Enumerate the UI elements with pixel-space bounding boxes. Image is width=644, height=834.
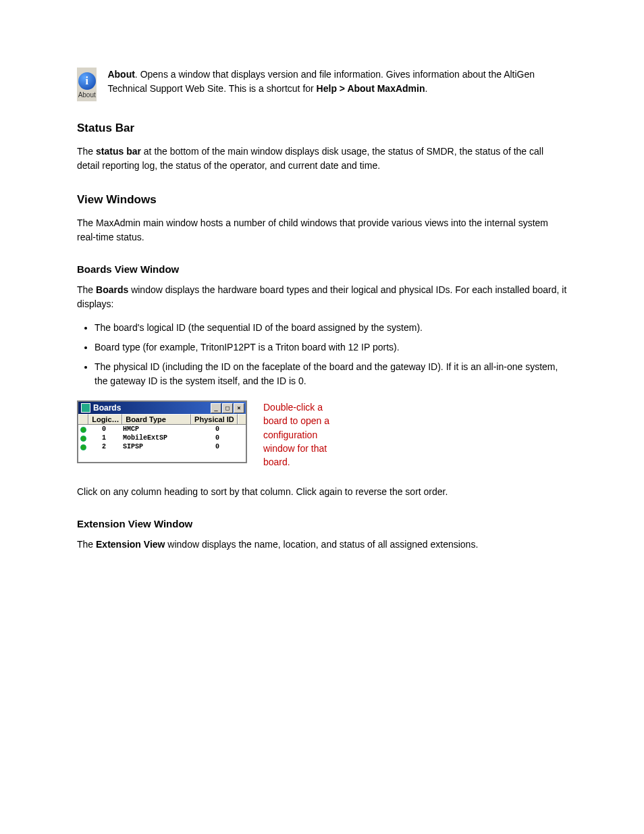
- close-button[interactable]: ×: [234, 403, 244, 413]
- list-item: The physical ID (including the ID on the…: [95, 360, 567, 388]
- boards-figure-row: Boards _ □ × Logic… Board Type Physical …: [77, 400, 567, 469]
- ext-bold: Extension View: [96, 539, 165, 550]
- status-bar-heading: Status Bar: [77, 122, 567, 135]
- cell-type: SIPSP: [120, 442, 193, 451]
- boards-sort-note: Click on any column heading to sort by t…: [77, 485, 567, 499]
- about-description: About. Opens a window that displays vers…: [107, 68, 567, 96]
- boards-titlebar[interactable]: Boards _ □ ×: [78, 402, 246, 414]
- about-period: .: [425, 83, 428, 94]
- cell-phys: 0: [193, 434, 242, 442]
- about-toolbar-button[interactable]: i About: [77, 68, 97, 101]
- about-icon-label: About: [78, 91, 96, 99]
- column-header-spacer: [238, 414, 246, 424]
- boards-table-header: Logic… Board Type Physical ID: [78, 414, 246, 425]
- about-row: i About About. Opens a window that displ…: [77, 68, 567, 101]
- view-windows-paragraph: The MaxAdmin main window hosts a number …: [77, 216, 567, 244]
- maximize-button[interactable]: □: [222, 403, 233, 413]
- cell-type: HMCP: [120, 425, 193, 434]
- info-icon-letter: i: [85, 75, 88, 87]
- boards-p1-prefix: The: [77, 284, 96, 295]
- ext-prefix: The: [77, 539, 96, 550]
- status-bar-suffix: at the bottom of the main window display…: [77, 146, 543, 171]
- status-dot-icon: [80, 444, 86, 450]
- boards-bullet-list: The board's logical ID (the sequential I…: [77, 321, 567, 388]
- list-item: Board type (for example, TritonIP12PT is…: [95, 340, 567, 355]
- cell-logic: 0: [88, 425, 120, 434]
- cell-logic: 2: [88, 442, 120, 451]
- boards-p1-bold: Boards: [96, 284, 128, 295]
- boards-view-heading: Boards View Window: [77, 263, 567, 275]
- info-icon: i: [78, 72, 96, 90]
- cell-type: MobileExtSP: [120, 434, 193, 442]
- about-menu-path: Help > About MaxAdmin: [317, 83, 425, 94]
- extension-view-paragraph: The Extension View window displays the n…: [77, 538, 567, 552]
- status-dot-icon: [80, 436, 86, 442]
- column-header-board-type[interactable]: Board Type: [122, 414, 191, 424]
- column-header-logic[interactable]: Logic…: [88, 414, 122, 424]
- extension-view-heading: Extension View Window: [77, 518, 567, 529]
- ext-suffix: window displays the name, location, and …: [165, 539, 478, 550]
- boards-intro-paragraph: The Boards window displays the hardware …: [77, 283, 567, 311]
- view-windows-heading: View Windows: [77, 193, 567, 207]
- boards-p1-suffix: window displays the hardware board types…: [77, 284, 566, 309]
- list-item: The board's logical ID (the sequential I…: [95, 321, 567, 335]
- about-lead-label: About: [107, 69, 134, 80]
- status-bar-paragraph: The status bar at the bottom of the main…: [77, 145, 567, 173]
- boards-callout: Double-click a board to open a configura…: [263, 400, 344, 469]
- status-bar-bold: status bar: [96, 146, 141, 157]
- boards-table-body: 0 HMCP 0 1 MobileExtSP 0 2 SIPSP 0: [78, 425, 246, 462]
- status-dot-icon: [80, 427, 86, 433]
- boards-window-title: Boards: [93, 403, 121, 413]
- boards-window: Boards _ □ × Logic… Board Type Physical …: [77, 400, 247, 463]
- column-header-physical-id[interactable]: Physical ID: [191, 414, 238, 424]
- table-row[interactable]: 2 SIPSP 0: [78, 442, 246, 451]
- cell-phys: 0: [193, 442, 242, 451]
- cell-logic: 1: [88, 434, 120, 442]
- cell-phys: 0: [193, 425, 242, 434]
- window-app-icon: [81, 403, 90, 413]
- table-row[interactable]: 0 HMCP 0: [78, 425, 246, 434]
- table-row[interactable]: 1 MobileExtSP 0: [78, 434, 246, 442]
- minimize-button[interactable]: _: [211, 403, 221, 413]
- column-header-status[interactable]: [78, 414, 88, 424]
- status-bar-prefix: The: [77, 146, 96, 157]
